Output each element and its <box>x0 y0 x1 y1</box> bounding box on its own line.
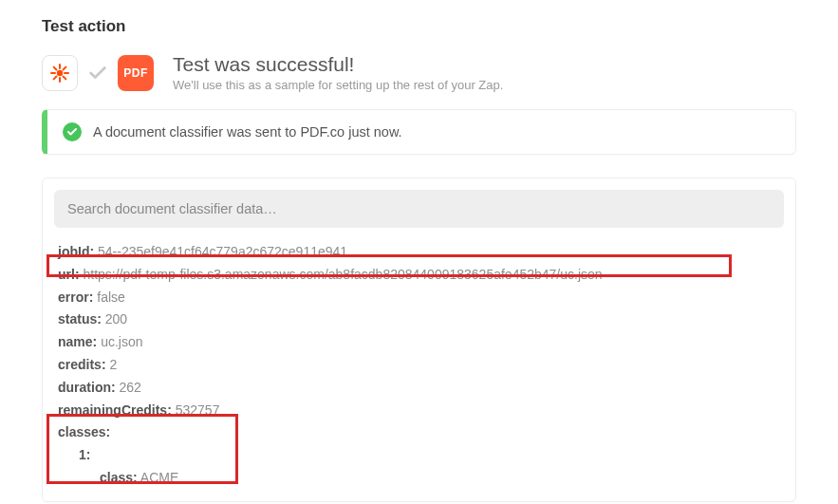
success-alert-text: A document classifier was sent to PDF.co… <box>93 124 402 140</box>
success-alert: A document classifier was sent to PDF.co… <box>42 109 796 155</box>
kv-status: status: 200 <box>58 308 780 331</box>
kv-value: 532757 <box>176 402 220 418</box>
test-header-row: PDF Test was successful! We'll use this … <box>42 53 796 92</box>
section-heading: Test action <box>42 17 796 36</box>
test-success-subtitle: We'll use this as a sample for setting u… <box>173 78 503 92</box>
kv-credits: credits: 2 <box>58 354 780 377</box>
kv-classes-1: 1: <box>58 444 780 467</box>
svg-rect-7 <box>62 75 67 81</box>
kv-remaining-credits: remainingCredits: 532757 <box>58 400 780 422</box>
check-circle-icon <box>63 122 82 141</box>
svg-rect-3 <box>64 72 69 74</box>
kv-url: url: https://pdf-temp-files.s3.amazonaws… <box>58 264 780 287</box>
kv-value: uc.json <box>101 334 142 349</box>
kv-value: https://pdf-temp-files.s3.amazonaws.com/… <box>83 267 602 282</box>
kv-value: 262 <box>120 380 141 395</box>
zapier-icon <box>42 55 78 91</box>
kv-key: 1: <box>79 447 90 462</box>
kv-key: url: <box>58 267 80 282</box>
kv-value: 200 <box>105 311 127 327</box>
kv-key: remainingCredits: <box>58 402 172 418</box>
kv-key: status: <box>58 311 102 327</box>
kv-value: ACME <box>140 470 178 485</box>
kv-classes: classes: <box>58 421 780 444</box>
kv-key: error: <box>58 289 93 305</box>
svg-rect-1 <box>59 77 61 83</box>
kv-name: name: uc.json <box>58 331 780 354</box>
test-success-title: Test was successful! <box>173 53 503 76</box>
svg-point-8 <box>57 69 63 75</box>
svg-rect-6 <box>52 65 58 71</box>
kv-value: 54--235ef9e41cf64c779a2c672ce911e941 <box>98 244 347 259</box>
kv-classes-1-class: class: ACME <box>58 467 780 490</box>
check-separator-icon <box>87 63 108 84</box>
kv-key: name: <box>58 334 97 349</box>
kv-jobid: jobId: 54--235ef9e41cf64c779a2c672ce911e… <box>58 241 780 264</box>
kv-value: false <box>97 289 125 305</box>
kv-key: classes: <box>58 424 110 439</box>
pdfco-icon-label: PDF <box>123 66 148 80</box>
svg-rect-2 <box>50 72 56 74</box>
pdfco-icon: PDF <box>118 55 154 91</box>
svg-rect-0 <box>59 64 61 69</box>
search-input[interactable] <box>54 190 784 228</box>
kv-error: error: false <box>58 287 780 309</box>
kv-value: 2 <box>109 357 117 372</box>
kv-key: duration: <box>58 380 116 395</box>
kv-duration: duration: 262 <box>58 377 780 400</box>
kv-key: class: <box>100 470 138 485</box>
result-data-list: jobId: 54--235ef9e41cf64c779a2c672ce911e… <box>54 241 784 490</box>
kv-key: credits: <box>58 357 106 372</box>
results-panel: jobId: 54--235ef9e41cf64c779a2c672ce911e… <box>42 177 796 502</box>
svg-rect-4 <box>62 65 67 71</box>
svg-rect-5 <box>52 75 58 81</box>
kv-key: jobId: <box>58 244 94 259</box>
